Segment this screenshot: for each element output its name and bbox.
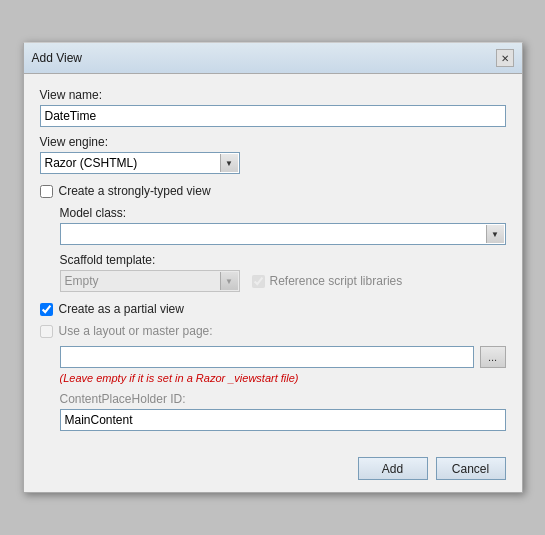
model-class-row: Model class: ▼: [60, 206, 506, 245]
strongly-typed-checkbox[interactable]: [40, 185, 53, 198]
scaffold-template-label: Scaffold template:: [60, 253, 506, 267]
partial-view-checkbox[interactable]: [40, 303, 53, 316]
partial-view-label: Create as a partial view: [59, 302, 184, 316]
layout-path-input[interactable]: [60, 346, 474, 368]
model-class-select[interactable]: [60, 223, 506, 245]
reference-script-label: Reference script libraries: [270, 274, 403, 288]
scaffold-template-row: Scaffold template: Empty ▼ Reference scr…: [60, 253, 506, 292]
view-engine-label: View engine:: [40, 135, 506, 149]
layout-checkbox[interactable]: [40, 325, 53, 338]
add-view-dialog: Add View ✕ View name: View engine: Razor…: [23, 42, 523, 493]
model-class-select-wrapper: ▼: [60, 223, 506, 245]
view-name-label: View name:: [40, 88, 506, 102]
content-placeholder-label: ContentPlaceHolder ID:: [60, 392, 506, 406]
dialog-footer: Add Cancel: [24, 449, 522, 492]
model-class-label: Model class:: [60, 206, 506, 220]
content-placeholder-section: ContentPlaceHolder ID:: [60, 392, 506, 431]
view-engine-row: View engine: Razor (CSHTML) ASPX ▼: [40, 135, 506, 174]
view-engine-select[interactable]: Razor (CSHTML) ASPX: [40, 152, 240, 174]
add-button[interactable]: Add: [358, 457, 428, 480]
view-name-input[interactable]: [40, 105, 506, 127]
view-engine-select-wrapper: Razor (CSHTML) ASPX ▼: [40, 152, 240, 174]
scaffold-select-wrapper: Empty ▼: [60, 270, 240, 292]
scaffold-controls-row: Empty ▼ Reference script libraries: [60, 270, 506, 292]
reference-script-checkbox[interactable]: [252, 275, 265, 288]
reference-script-row: Reference script libraries: [252, 274, 403, 288]
strongly-typed-row: Create a strongly-typed view: [40, 184, 506, 198]
close-button[interactable]: ✕: [496, 49, 514, 67]
layout-input-section: ... (Leave empty if it is set in a Razor…: [60, 346, 506, 384]
layout-label: Use a layout or master page:: [59, 324, 213, 338]
dialog-body: View name: View engine: Razor (CSHTML) A…: [24, 74, 522, 449]
strongly-typed-label: Create a strongly-typed view: [59, 184, 211, 198]
dialog-title: Add View: [32, 51, 82, 65]
cancel-button[interactable]: Cancel: [436, 457, 506, 480]
browse-button[interactable]: ...: [480, 346, 506, 368]
content-placeholder-input[interactable]: [60, 409, 506, 431]
hint-text: (Leave empty if it is set in a Razor _vi…: [60, 372, 506, 384]
layout-input-row: ...: [60, 346, 506, 368]
view-name-row: View name:: [40, 88, 506, 127]
layout-checkbox-row: Use a layout or master page:: [40, 324, 506, 338]
model-class-section: Model class: ▼ Scaffold template: Empty: [60, 206, 506, 292]
scaffold-select[interactable]: Empty: [60, 270, 240, 292]
partial-view-row: Create as a partial view: [40, 302, 506, 316]
title-bar: Add View ✕: [24, 43, 522, 74]
